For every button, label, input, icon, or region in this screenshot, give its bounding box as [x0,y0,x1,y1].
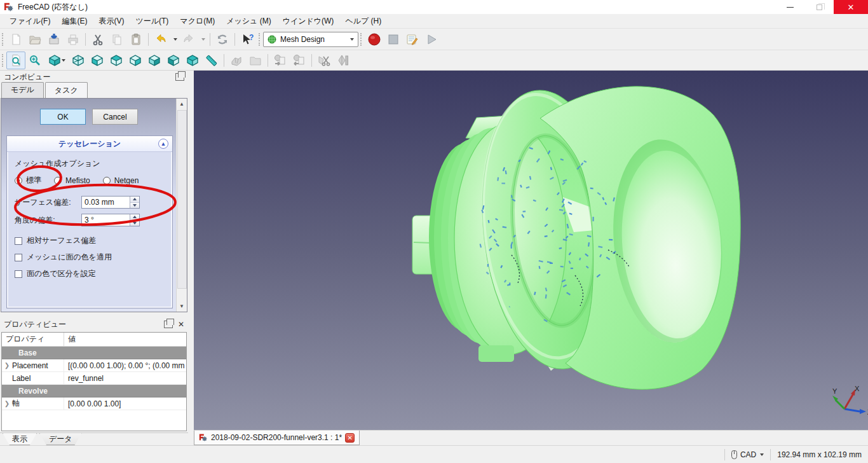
measure-distance-button[interactable] [202,52,221,69]
record-macro-button[interactable] [365,31,384,48]
zoom-button[interactable] [25,52,44,69]
edit-macro-icon [406,33,419,46]
minimize-button[interactable] [775,0,804,14]
menu-edit[interactable]: 編集(E) [56,14,93,29]
close-panel-icon[interactable]: ✕ [178,321,184,328]
spin-down-button[interactable] [130,203,139,209]
radio-netgen[interactable]: Netgen [103,176,139,185]
checkbox-relative-deviation[interactable]: 相対サーフェス偏差 [15,235,172,246]
column-header-property[interactable]: プロパティ [2,333,64,346]
checkbox-apply-face-colors[interactable]: メッシュに面の色を適用 [15,252,172,263]
cut-button[interactable] [88,31,107,48]
workbench-selector[interactable]: Mesh Design [263,32,358,47]
toolbar-handle[interactable] [259,33,260,46]
new-button[interactable] [6,31,25,48]
scroll-down-icon[interactable]: ▼ [177,301,187,312]
surface-deviation-input[interactable]: 0.03 mm [81,196,140,209]
tab-task[interactable]: タスク [45,82,88,99]
zoom-icon [29,54,41,67]
toolbar-handle[interactable] [2,33,3,46]
tab-data-properties[interactable]: データ [39,433,82,445]
cancel-button[interactable]: Cancel [92,109,138,125]
property-row-label[interactable]: Label rev_funnel [2,372,186,385]
paste-button[interactable] [126,31,146,48]
rear-view-button[interactable] [145,52,164,69]
mesh-section-button[interactable] [334,52,353,69]
mesh-from-shape-button[interactable] [227,52,246,69]
freecad-logo-icon [4,2,14,12]
property-row-placement[interactable]: ❯ Placement [(0.00 0.00 1.00); 0.00 °; (… [2,359,186,372]
whats-this-button[interactable]: ? [238,31,257,48]
menu-help[interactable]: ヘルプ (H) [339,14,387,29]
execute-macro-button[interactable] [422,31,441,48]
navigation-style-selector[interactable]: CAD [731,450,764,459]
menu-macro[interactable]: マクロ(M) [174,14,220,29]
radio-icon [103,177,111,184]
property-group-revolve[interactable]: Revolve [2,385,186,397]
undo-dropdown[interactable] [170,31,179,48]
edit-macro-button[interactable] [403,31,422,48]
expand-arrow-icon[interactable]: ❯ [2,362,12,369]
redo-button[interactable] [179,31,198,48]
freecad-window: FreeCAD (応答なし) ✕ ファイル(F) 編集(E) 表示(V) ツール… [0,0,868,463]
toolbar-handle[interactable] [360,33,362,46]
isometric-view-button[interactable] [44,52,69,69]
refresh-button[interactable] [213,31,232,48]
radio-standard[interactable]: 標準 [15,175,41,186]
property-group-base[interactable]: Base [2,347,186,359]
maximize-icon [817,4,822,10]
menu-file[interactable]: ファイル(F) [4,14,56,29]
tessellation-title: テッセレーション [58,139,121,149]
menu-windows[interactable]: ウインドウ(W) [277,14,340,29]
close-button[interactable]: ✕ [834,0,868,14]
copy-button[interactable] [107,31,126,48]
spin-up-button[interactable] [130,197,139,203]
save-button[interactable] [44,31,64,48]
tab-view-properties[interactable]: 表示 [3,433,37,445]
3d-viewport[interactable]: Y X Z [194,71,868,430]
print-button[interactable] [64,31,83,48]
menu-mesh[interactable]: メッシュ (M) [220,14,276,29]
column-header-value[interactable]: 値 [64,333,186,346]
mesh-import-button[interactable] [290,52,309,69]
document-tab[interactable]: 2018-09-02-SDR200-funnel-ver3.1 : 1* ✕ [194,431,360,445]
dock-splitter[interactable] [188,71,194,445]
ok-button[interactable]: OK [40,109,86,125]
front-view-button[interactable] [88,52,107,69]
scrollbar-thumb[interactable] [177,110,187,289]
mesh-trim-button[interactable] [315,52,334,69]
maximize-button[interactable] [804,0,834,14]
open-button[interactable] [25,31,44,48]
scroll-up-icon[interactable]: ▲ [177,99,187,109]
menu-tools[interactable]: ツール(T) [130,14,174,29]
collapse-section-button[interactable]: ▲ [158,139,168,149]
redo-dropdown[interactable] [198,31,207,48]
spin-up-icon [133,198,137,200]
float-panel-icon[interactable] [164,321,173,328]
axonometric-view-icon [72,54,85,67]
expand-arrow-icon[interactable]: ❯ [2,400,12,407]
spin-down-button[interactable] [130,221,139,226]
fit-all-button[interactable] [6,52,25,69]
view-toolbar [0,50,868,71]
mesh-export-button[interactable] [271,52,290,69]
float-panel-icon[interactable] [175,73,184,81]
tab-model[interactable]: モデル [1,82,44,98]
mesh-folder-button[interactable] [246,52,265,69]
right-view-button[interactable] [126,52,145,69]
spin-up-button[interactable] [130,214,139,221]
undo-button[interactable] [151,31,170,48]
axonometric-view-button[interactable] [69,52,88,69]
top-view-button[interactable] [107,52,126,69]
menu-view[interactable]: 表示(V) [93,14,130,29]
radio-mefisto[interactable]: Mefisto [54,176,90,185]
property-row-axis[interactable]: ❯ 軸 [0.00 0.00 1.00] [2,397,186,410]
document-close-button[interactable]: ✕ [345,433,355,443]
angular-deviation-input[interactable]: 3 ° [81,214,140,226]
checkbox-define-segments[interactable]: 面の色で区分を設定 [15,268,172,279]
stop-macro-button[interactable] [384,31,403,48]
left-view-button[interactable] [183,52,202,69]
bottom-view-button[interactable] [164,52,183,69]
task-scrollbar[interactable]: ▲ ▼ [176,99,187,312]
toolbar-handle[interactable] [2,54,3,67]
